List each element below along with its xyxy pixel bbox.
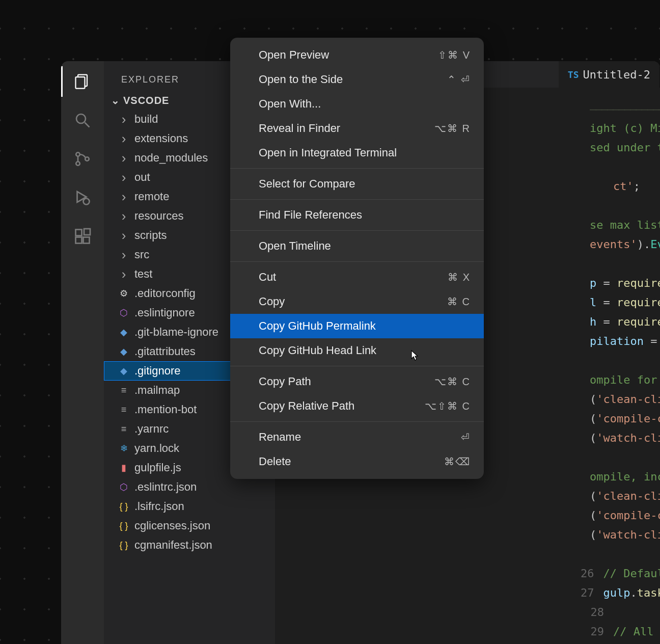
menu-item-shortcut: ⌥⇧⌘ C — [425, 400, 471, 412]
tree-item-label: .yarnrc — [134, 422, 169, 436]
file-item[interactable]: { }.lsifrc.json — [104, 497, 275, 516]
file-item[interactable]: ⬡.eslintrc.json — [104, 477, 275, 497]
menu-item-shortcut: ⇧⌘ V — [438, 49, 471, 61]
line-number: 26 — [581, 567, 603, 580]
file-icon: ⬡ — [118, 481, 129, 493]
menu-item[interactable]: Copy⌘ C — [230, 289, 484, 314]
code-line: events').Event — [581, 234, 660, 254]
menu-item-shortcut: ⌘ X — [448, 271, 471, 283]
source-control-icon[interactable] — [71, 148, 94, 170]
tree-item-label: .gitignore — [134, 364, 181, 378]
menu-item[interactable]: Reveal in Finder⌥⌘ R — [230, 116, 484, 141]
menu-item-label: Copy Path — [259, 375, 311, 388]
code-line — [581, 157, 660, 176]
svg-point-5 — [76, 162, 80, 166]
code-text: ight (c) Micro — [590, 122, 660, 135]
code-text: ('compile-clie — [590, 509, 660, 522]
chevron-down-icon: ⌄ — [111, 94, 120, 106]
code-line: p = require('g — [581, 273, 660, 292]
menu-separator — [230, 421, 484, 422]
menu-item[interactable]: Copy Path⌥⌘ C — [230, 369, 484, 394]
code-text: sed under the — [590, 141, 660, 154]
tab-untitled-2[interactable]: TS Untitled-2 — [559, 61, 660, 88]
code-text: ('compile-clie — [590, 412, 660, 425]
tree-item-label: src — [134, 248, 149, 261]
code-line: sed under the — [581, 138, 660, 157]
line-number: 29 — [581, 625, 613, 638]
tree-item-label: .editorconfig — [134, 287, 196, 300]
menu-item[interactable]: Open With... — [230, 92, 484, 116]
chevron-right-icon: › — [118, 210, 129, 222]
menu-item-label: Select for Compare — [259, 177, 355, 191]
project-name: VSCODE — [123, 95, 169, 106]
tree-item-label: out — [134, 171, 150, 184]
code-line: l = require('. — [581, 292, 660, 312]
menu-item[interactable]: Open to the Side⌃ ⏎ — [230, 67, 484, 92]
svg-rect-1 — [76, 77, 85, 89]
tree-item-label: remote — [134, 190, 169, 203]
cursor-icon — [407, 348, 421, 366]
menu-item-label: Copy — [259, 295, 285, 308]
svg-rect-9 — [76, 230, 82, 236]
tree-item-label: .eslintrc.json — [134, 480, 197, 494]
menu-item[interactable]: Copy Relative Path⌥⇧⌘ C — [230, 394, 484, 418]
code-line: ct'; — [581, 176, 660, 196]
menu-item[interactable]: Copy GitHub Permalink — [230, 314, 484, 338]
menu-separator — [230, 230, 484, 231]
code-line: ompile, includ — [581, 467, 660, 486]
file-icon: ≡ — [118, 423, 129, 435]
tree-item-label: .git-blame-ignore — [134, 326, 218, 339]
chevron-right-icon: › — [118, 269, 129, 280]
code-line — [581, 447, 660, 467]
code-line — [581, 196, 660, 215]
code-text: ('watch-client' — [590, 528, 660, 541]
menu-item[interactable]: Rename⏎ — [230, 425, 484, 449]
file-item[interactable]: { }cgmanifest.json — [104, 535, 275, 555]
menu-item[interactable]: Select for Compare — [230, 172, 484, 196]
code-text: gulp.task('default', [ — [603, 586, 661, 599]
menu-item[interactable]: Open Preview⇧⌘ V — [230, 43, 484, 67]
code-line: ———————————————————————— — [581, 99, 660, 118]
svg-marker-7 — [77, 192, 87, 202]
tree-item-label: build — [134, 113, 158, 126]
code-text: ('watch-client' — [590, 432, 660, 444]
file-icon: ≡ — [118, 404, 129, 415]
run-debug-icon[interactable] — [71, 186, 94, 209]
file-icon: ▮ — [118, 462, 129, 473]
svg-rect-12 — [84, 229, 90, 235]
chevron-right-icon: › — [118, 114, 129, 125]
file-item[interactable]: { }cglicenses.json — [104, 516, 275, 535]
menu-item[interactable]: Find File References — [230, 203, 484, 227]
explorer-icon[interactable] — [71, 70, 94, 93]
tree-item-label: scripts — [134, 229, 167, 242]
menu-item[interactable]: Open Timeline — [230, 234, 484, 258]
menu-item-shortcut: ⌘⌫ — [444, 455, 471, 468]
menu-item[interactable]: Cut⌘ X — [230, 265, 484, 289]
code-text: ct'; — [613, 180, 640, 193]
chevron-right-icon: › — [118, 249, 129, 260]
file-icon: ◆ — [118, 365, 129, 377]
menu-item-shortcut: ⏎ — [461, 431, 471, 443]
file-icon: ⚙ — [118, 288, 129, 299]
code-line: ('watch-client' — [581, 525, 660, 544]
menu-item-label: Copy Relative Path — [259, 399, 354, 413]
tree-item-label: test — [134, 267, 152, 281]
code-line: se max listene — [581, 215, 660, 234]
svg-point-2 — [76, 114, 86, 123]
tree-item-label: resources — [134, 209, 184, 223]
ts-icon: TS — [568, 69, 579, 80]
menu-item[interactable]: Delete⌘⌫ — [230, 449, 484, 474]
search-icon[interactable] — [71, 109, 94, 131]
extensions-icon[interactable] — [71, 225, 94, 248]
tree-item-label: gulpfile.js — [134, 461, 181, 474]
file-icon: ⬡ — [118, 307, 129, 318]
menu-item-shortcut: ⌥⌘ R — [434, 122, 471, 135]
code-line — [581, 351, 660, 370]
menu-item-shortcut: ⌃ ⏎ — [447, 73, 471, 86]
svg-point-4 — [76, 152, 80, 156]
activity-bar — [61, 61, 104, 644]
menu-item[interactable]: Open in Integrated Terminal — [230, 141, 484, 165]
menu-item[interactable]: Copy GitHub Head Link — [230, 338, 484, 363]
code-text: p = require('g — [590, 277, 660, 289]
code-line: ('clean-client' — [581, 486, 660, 505]
